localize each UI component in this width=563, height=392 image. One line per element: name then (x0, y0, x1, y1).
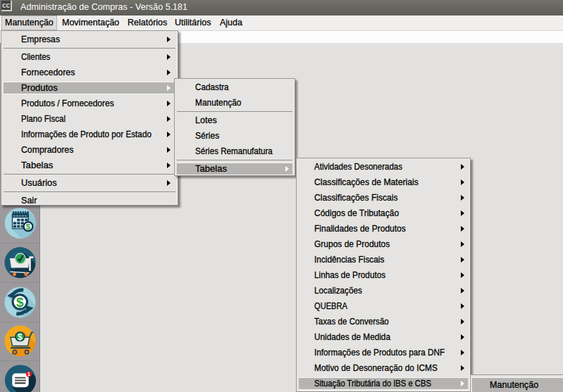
svg-text:$: $ (26, 222, 31, 231)
svg-text:$: $ (18, 332, 23, 342)
svg-text:$: $ (16, 295, 24, 310)
svg-text:1: 1 (27, 371, 30, 377)
